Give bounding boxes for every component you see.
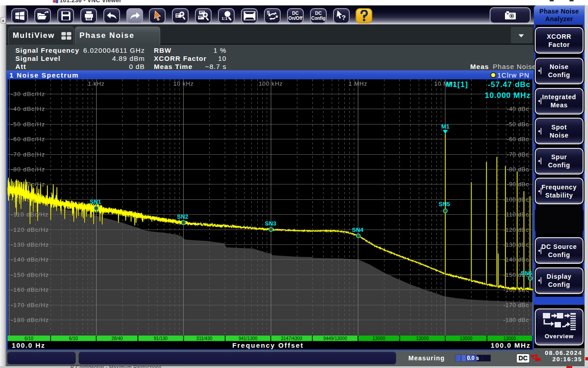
svg-text:-170 dBc/Hz: -170 dBc/Hz (11, 302, 49, 308)
svg-text:-120 dBc: -120 dBc (503, 226, 529, 233)
svg-text:1 kHz: 1 kHz (88, 80, 105, 87)
svg-text:100.0 MHz: 100.0 MHz (491, 341, 531, 349)
svg-text:-140 dBc: -140 dBc (503, 256, 529, 263)
svg-text:-60 dBc/Hz: -60 dBc/Hz (11, 136, 45, 143)
svg-text:-180 dBc/Hz: -180 dBc/Hz (11, 317, 49, 323)
svg-text:13000: 13000 (373, 336, 385, 341)
svg-text:-40 dBc: -40 dBc (507, 106, 529, 112)
svg-text:13000: 13000 (504, 336, 516, 341)
svg-text:-50 dBc: -50 dBc (507, 121, 529, 128)
svg-text:-130 dBc/Hz: -130 dBc/Hz (11, 241, 49, 248)
svg-text:-130 dBc: -130 dBc (503, 241, 529, 248)
svg-text:M1: M1 (441, 123, 449, 130)
svg-text:6/10: 6/10 (69, 336, 78, 341)
svg-text:28/40: 28/40 (111, 336, 123, 341)
svg-text:311/430: 311/430 (196, 336, 213, 341)
svg-text:-50 dBc/Hz: -50 dBc/Hz (11, 121, 45, 128)
svg-text:9449/13000: 9449/13000 (323, 336, 347, 341)
svg-text:-30 dBc/Hz: -30 dBc/Hz (11, 91, 45, 97)
svg-text:-80 dBc/Hz: -80 dBc/Hz (11, 166, 45, 173)
svg-text:-70 dBc/Hz: -70 dBc/Hz (11, 151, 45, 158)
svg-text:M1[1]: M1[1] (446, 80, 468, 89)
svg-text:941/1300: 941/1300 (239, 336, 258, 341)
svg-text:13000: 13000 (460, 336, 472, 341)
svg-text:-140 dBc/Hz: -140 dBc/Hz (11, 256, 49, 263)
svg-text:-70 dBc: -70 dBc (507, 151, 529, 158)
svg-text:-60 dBc: -60 dBc (507, 136, 529, 143)
svg-text:-150 dBc/Hz: -150 dBc/Hz (11, 271, 49, 278)
svg-text:6/10: 6/10 (24, 336, 33, 341)
svg-text:-40 dBc/Hz: -40 dBc/Hz (11, 106, 45, 112)
svg-text:-110 dBc: -110 dBc (504, 211, 529, 218)
svg-text:SN3: SN3 (265, 220, 276, 227)
svg-text:Frequency Offset: Frequency Offset (232, 341, 304, 349)
svg-text:1 Noise Spectrum: 1 Noise Spectrum (9, 71, 79, 79)
svg-text:SN6: SN6 (521, 270, 532, 276)
svg-text:-180 dBc: -180 dBc (503, 317, 529, 323)
svg-text:10.000 MHz: 10.000 MHz (485, 91, 531, 100)
svg-text:-160 dBc/Hz: -160 dBc/Hz (11, 286, 49, 293)
svg-text:?: ? (342, 14, 346, 21)
svg-text:1Clrw PN: 1Clrw PN (497, 71, 529, 79)
svg-text:1 MHz: 1 MHz (349, 80, 368, 87)
svg-text:-170 dBc: -170 dBc (503, 302, 529, 308)
svg-text:SN5: SN5 (439, 201, 450, 207)
svg-text:-100 dBc: -100 dBc (503, 196, 529, 203)
svg-text:13000: 13000 (416, 336, 429, 341)
svg-text:SN4: SN4 (352, 226, 364, 233)
svg-text:-120 dBc/Hz: -120 dBc/Hz (11, 226, 49, 233)
svg-text:3147/4300: 3147/4300 (281, 336, 302, 341)
svg-text:91/130: 91/130 (154, 336, 168, 341)
svg-text:SN1: SN1 (90, 198, 101, 205)
svg-text:SN2: SN2 (177, 213, 188, 220)
svg-text:1:1: 1:1 (222, 16, 227, 21)
svg-text:10 kHz: 10 kHz (173, 80, 194, 87)
svg-text:100.0 Hz: 100.0 Hz (12, 341, 45, 349)
svg-text:-57.47 dBc: -57.47 dBc (488, 80, 531, 89)
svg-text:100 kHz: 100 kHz (259, 80, 282, 87)
